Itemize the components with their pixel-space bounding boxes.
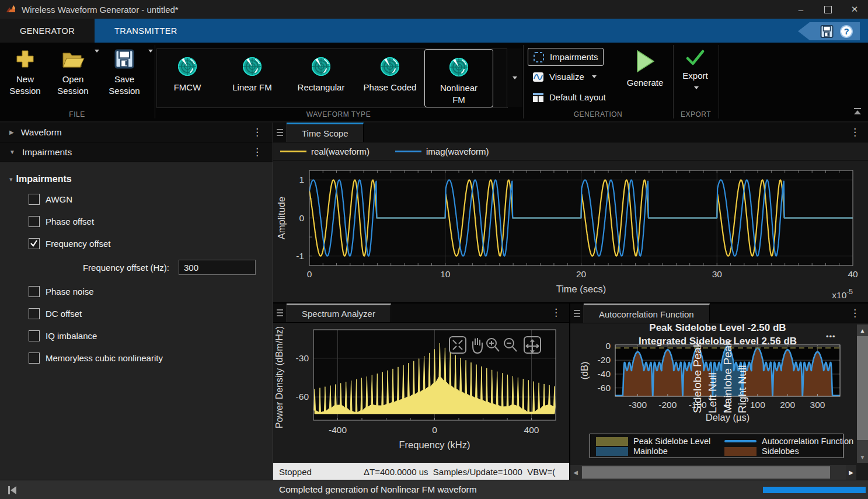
plus-icon — [15, 48, 36, 69]
legend-imag-waveform: imag(waveform) — [395, 146, 489, 156]
scrollbar-thumb[interactable] — [582, 466, 830, 479]
tab-time-scope[interactable]: Time Scope — [287, 123, 364, 142]
panel-drag-handle[interactable] — [273, 303, 287, 322]
kebab-menu-icon[interactable]: ⋮ — [850, 307, 860, 319]
export-section-label: EXPORT — [674, 110, 718, 118]
save-icon[interactable] — [820, 25, 834, 39]
svg-text:0: 0 — [432, 425, 437, 435]
plot-toolbar — [448, 334, 565, 355]
checkbox-icon — [29, 238, 40, 249]
export-button[interactable]: Export — [671, 50, 719, 90]
save-session-button[interactable]: Save Session — [100, 48, 148, 97]
waveform-section-header[interactable]: ▶ Waveform ⋮ — [0, 123, 273, 142]
gallery-item-rectangular[interactable]: Rectangular — [287, 49, 355, 107]
scroll-left-icon[interactable]: ◀ — [570, 465, 581, 480]
default-layout-button[interactable]: Default Layout — [528, 89, 611, 106]
open-session-button[interactable]: Open Session — [49, 48, 97, 97]
scrollbar-thumb[interactable] — [857, 336, 868, 440]
zoom-in-icon[interactable] — [487, 339, 499, 351]
gallery-item-linear-fm[interactable]: Linear FM — [218, 49, 287, 107]
impairments-section-header[interactable]: ▼ Impairments ⋮ — [0, 142, 273, 162]
frequency-offset-label: Frequency offset (Hz): — [0, 263, 169, 273]
open-session-dropdown-icon — [95, 50, 99, 55]
panel-drag-handle[interactable] — [273, 123, 287, 142]
spectrum-analyzer-panel: Spectrum Analyzer ⋮ -4000400-30-60Freque… — [273, 303, 570, 481]
scroll-right-icon[interactable]: ▶ — [846, 465, 856, 480]
svg-text:x10-5: x10-5 — [832, 288, 853, 300]
svg-text:100: 100 — [750, 400, 765, 410]
progress-bar — [763, 487, 866, 493]
play-icon — [634, 50, 656, 73]
checkbox-memoryless-cubic[interactable]: Memoryless cubic nonlinearity — [0, 347, 273, 369]
gallery-item-fmcw[interactable]: FMCW — [157, 49, 218, 107]
impairments-toggle-button[interactable]: Impairments — [528, 48, 604, 66]
kebab-menu-icon[interactable]: ⋮ — [252, 146, 262, 158]
tab-autocorrelation[interactable]: Autocorrelation Function — [584, 303, 710, 323]
time-scope-plot: 01020304010-1Time (secs)x10-5Amplitude — [273, 160, 868, 303]
gallery-dropdown-button[interactable] — [507, 48, 522, 107]
svg-text:0: 0 — [299, 213, 304, 223]
maximize-button[interactable] — [814, 0, 841, 19]
help-icon[interactable]: ? — [840, 25, 853, 38]
checkbox-frequency-offset[interactable]: Frequency offset — [0, 232, 273, 254]
autocorr-legend: Peak Sidelobe Level Mainlobe Autocorrela… — [590, 434, 843, 458]
tab-generator[interactable]: GENERATOR — [0, 19, 95, 43]
checkbox-phase-noise[interactable]: Phase noise — [0, 280, 273, 302]
sidelobes-swatch — [724, 447, 757, 456]
visualize-dropdown-icon — [592, 75, 597, 81]
window-title: Wireless Waveform Generator - untitled* — [22, 5, 179, 15]
svg-text:40: 40 — [848, 269, 858, 279]
gallery-item-phase-coded[interactable]: Phase Coded — [355, 49, 424, 107]
checkbox-dc-offset[interactable]: DC offset — [0, 302, 273, 324]
quick-access-bar: ? — [798, 22, 860, 40]
close-button[interactable]: ✕ — [841, 0, 868, 19]
tab-transmitter[interactable]: TRANSMITTER — [95, 19, 197, 43]
visualize-button[interactable]: Visualize — [528, 68, 601, 85]
impairments-heading[interactable]: ▾ Impairments — [9, 174, 273, 184]
checkbox-iq-imbalance[interactable]: IQ imbalance — [0, 324, 273, 347]
svg-text:-30: -30 — [296, 353, 309, 363]
panel-drag-handle[interactable] — [570, 303, 584, 323]
fit-view-icon[interactable] — [449, 337, 466, 353]
generate-button[interactable]: Generate — [620, 50, 670, 89]
visualize-icon — [532, 71, 544, 83]
ellipsis-menu-icon[interactable]: ••• — [826, 332, 836, 341]
mainlobe-swatch — [596, 447, 628, 456]
skip-to-start-icon[interactable] — [7, 485, 18, 495]
frequency-offset-input[interactable] — [179, 260, 256, 275]
radar-icon — [379, 56, 400, 79]
spectrum-status-bar: Stopped ΔT=400.0000 us Samples/Update=10… — [273, 463, 569, 481]
vertical-scrollbar[interactable]: ▲ ▼ — [857, 324, 868, 463]
section-separator — [155, 45, 155, 118]
scroll-down-icon[interactable]: ▼ — [857, 451, 868, 463]
legend-real-waveform: real(waveform) — [280, 146, 369, 156]
horizontal-scrollbar[interactable]: ◀ ▶ — [570, 465, 856, 480]
svg-text:Left Null: Left Null — [706, 372, 719, 413]
pan-hand-icon[interactable] — [473, 338, 482, 353]
svg-text:10: 10 — [440, 269, 451, 279]
svg-text:-60: -60 — [598, 383, 611, 393]
svg-text:-200: -200 — [658, 400, 677, 410]
new-session-label: New Session — [5, 74, 46, 97]
checkbox-icon — [29, 216, 40, 227]
zoom-out-icon[interactable] — [504, 339, 517, 351]
svg-text:300: 300 — [810, 400, 825, 410]
kebab-menu-icon[interactable]: ⋮ — [252, 126, 262, 138]
kebab-menu-icon[interactable]: ⋮ — [850, 126, 860, 138]
checkbox-awgn[interactable]: AWGN — [0, 188, 273, 210]
kebab-menu-icon[interactable]: ⋮ — [551, 306, 561, 319]
minimize-button[interactable]: – — [787, 0, 814, 19]
scroll-up-icon[interactable]: ▲ — [857, 324, 868, 336]
export-label: Export — [682, 70, 707, 82]
tab-spectrum-analyzer[interactable]: Spectrum Analyzer — [287, 303, 391, 322]
svg-text:Mainlobe Peak: Mainlobe Peak — [721, 340, 734, 413]
open-session-label: Open Session — [50, 74, 96, 97]
save-session-label: Save Session — [104, 74, 145, 97]
checkbox-phase-offset[interactable]: Phase offset — [0, 210, 273, 232]
collapse-ribbon-button[interactable] — [853, 107, 862, 117]
new-session-button[interactable]: New Session — [1, 48, 49, 97]
expand-axes-icon[interactable] — [524, 337, 541, 353]
gallery-item-nonlinear-fm[interactable]: Nonlinear FM — [424, 49, 493, 107]
section-separator — [523, 45, 524, 118]
collapse-ribbon-icon — [853, 108, 862, 115]
